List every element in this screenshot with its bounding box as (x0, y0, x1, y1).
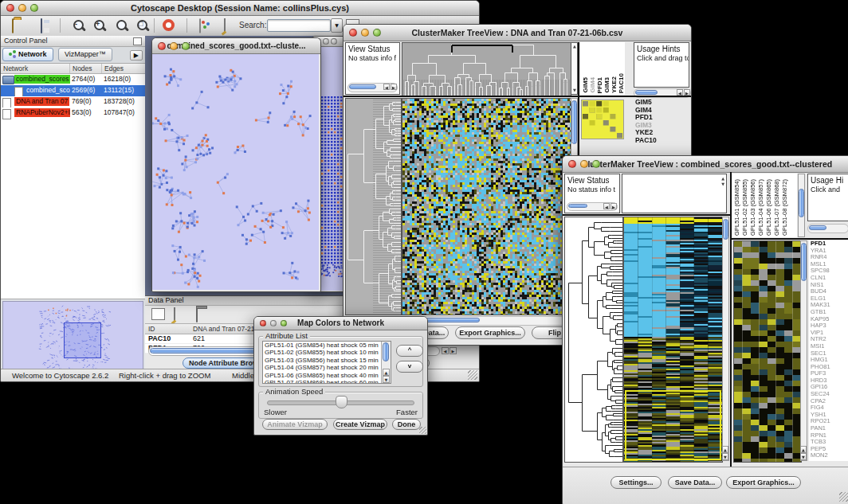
column-label[interactable]: PFD1 (596, 77, 603, 93)
column-label[interactable]: GIM4 (589, 77, 596, 93)
heatmap-canvas[interactable] (623, 217, 723, 463)
network-tree-row[interactable]: combined_sco2569(6)13112(15) (1, 85, 145, 96)
maximize-icon[interactable] (30, 4, 38, 12)
network-tree-row[interactable]: combined_scores2764(0)16218(0) (1, 74, 145, 85)
scrollbar-thumb[interactable] (349, 84, 376, 89)
resize-grip[interactable] (468, 370, 477, 380)
scrollbar-thumb[interactable] (723, 219, 728, 240)
scrollbar-thumb[interactable] (383, 342, 389, 361)
column-label[interactable]: GPL51-03 (GSM856) (749, 179, 756, 236)
titlebar[interactable]: Map Colors to Network (254, 317, 427, 330)
column-label[interactable]: PAC10 (618, 73, 625, 93)
column-dendrogram-canvas[interactable] (402, 42, 571, 96)
attribute-listbox[interactable]: GPL51-01 (GSM854) heat shock 05 minGPL51… (262, 341, 391, 384)
zoom-heatmap-vscrollbar[interactable]: ▲▼ (800, 240, 807, 461)
column-label[interactable]: GPL51-04 (GSM857) (757, 179, 764, 236)
close-icon[interactable] (158, 42, 166, 50)
heatmap-vscrollbar[interactable]: ▲▼ (722, 217, 729, 461)
scrollbar-thumb[interactable] (799, 189, 804, 217)
zoom-heatmap-canvas[interactable] (733, 240, 802, 463)
close-icon[interactable] (6, 4, 14, 12)
tab-network[interactable]: Network (2, 48, 53, 61)
row-dendrogram-canvas[interactable] (345, 98, 402, 315)
annotation-icon[interactable] (224, 18, 226, 33)
summary-gene-label[interactable]: PAC10 (635, 137, 657, 145)
network-tree-row[interactable]: DNA and Tran 07769(0)183728(0) (1, 96, 145, 107)
attribute-list-item[interactable]: GPL51-04 (GSM857) heat shock 20 min (263, 364, 391, 371)
column-label[interactable]: GPL51-01 (GSM854) (733, 179, 740, 236)
attribute-list-item[interactable]: GPL51-01 (GSM854) heat shock 05 min (263, 342, 391, 349)
resize-grip[interactable] (419, 427, 426, 434)
maximize-icon[interactable] (281, 320, 287, 326)
heatmap-canvas[interactable] (402, 98, 571, 315)
scrollbar-thumb[interactable] (568, 204, 587, 208)
maximize-icon[interactable] (592, 160, 600, 168)
scrollbar-thumb[interactable] (571, 100, 577, 144)
help-icon[interactable] (163, 19, 175, 31)
speed-slider-thumb[interactable] (336, 396, 347, 408)
column-label[interactable]: YKE2 (610, 76, 618, 93)
delete-attribute-icon[interactable] (196, 307, 198, 322)
resize-grip[interactable] (839, 492, 848, 502)
done-button[interactable]: Done (392, 419, 421, 430)
column-label[interactable]: GPL51-02 (GSM855) (741, 179, 748, 236)
export-graphics-button[interactable]: Export Graphics... (726, 476, 801, 489)
minimize-icon[interactable] (323, 38, 329, 45)
titlebar[interactable]: combined_scores_good.txt--cluste... (152, 38, 320, 54)
column-labels-scrollbar[interactable] (798, 174, 805, 237)
close-icon[interactable] (349, 29, 357, 37)
save-data-button[interactable]: Save Data... (668, 476, 722, 489)
scrollbar-thumb[interactable] (635, 90, 658, 95)
search-dropdown-icon[interactable]: ▼ (331, 18, 343, 33)
usage-hints-scrollbar[interactable] (807, 224, 848, 233)
network-overview-canvas[interactable] (2, 301, 143, 369)
network-view-canvas[interactable] (152, 54, 319, 290)
move-down-button[interactable]: v (396, 361, 423, 373)
create-vizmap-button[interactable]: Create Vizmap (333, 419, 387, 430)
maximize-icon[interactable] (331, 38, 337, 45)
attribute-list-item[interactable]: GPL51-06 (GSM865) heat shock 40 min (263, 372, 391, 379)
main-titlebar[interactable]: Cytoscape Desktop (Session Name: collins… (1, 1, 479, 16)
save-icon[interactable] (41, 18, 42, 33)
scroll-left-icon[interactable]: ◀ (442, 347, 449, 354)
column-label[interactable]: GIM5 (582, 77, 589, 93)
minimize-icon[interactable] (580, 160, 588, 168)
vizmapper-icon[interactable] (199, 18, 201, 33)
tabs-overflow-button[interactable]: ▶ (130, 50, 143, 61)
view-status-scrollbar[interactable]: ◀▶ (347, 83, 398, 92)
attribute-list-item[interactable]: GPL51-07 (GSM868) heat shock 60 min (263, 379, 391, 384)
attribute-list-item[interactable]: GPL51-03 (GSM856) heat shock 15 min (263, 357, 391, 364)
float-panel-icon[interactable] (133, 37, 142, 45)
column-dendrogram-panel[interactable]: ▲▼ (622, 174, 727, 213)
col-edges[interactable]: Edges (101, 64, 124, 73)
column-tree-scroll-strip[interactable]: ▲▼ (571, 42, 578, 95)
network-tree-row[interactable]: RNAPuberNov2+I563(0)107847(0) (1, 107, 145, 119)
maximize-icon[interactable] (182, 42, 190, 50)
titlebar[interactable]: ClusterMaker TreeView : combined_scores_… (563, 156, 848, 173)
search-input[interactable] (267, 19, 331, 32)
column-label[interactable]: GPL51-07 (GSM868) (773, 179, 780, 236)
column-label[interactable]: GPL51-08 (GSM872) (781, 179, 788, 236)
titlebar[interactable]: ClusterMaker TreeView : DNA and Tran 07-… (344, 25, 691, 41)
summary-heatmap-canvas[interactable] (581, 100, 624, 139)
scrollbar-thumb[interactable] (809, 225, 826, 230)
list-vscrollbar[interactable]: ▲▼ (381, 342, 391, 383)
scrollbar-thumb[interactable] (801, 243, 807, 281)
view-status-scrollbar[interactable]: ◀▶ (567, 202, 618, 211)
move-up-button[interactable]: ^ (396, 345, 423, 357)
col-id[interactable]: ID (148, 324, 155, 334)
animate-vizmap-button[interactable]: Animate Vizmap (262, 419, 328, 430)
row-dendrogram-canvas[interactable] (564, 217, 623, 463)
attribute-list-item[interactable]: GPL51-02 (GSM855) heat shock 10 min (263, 349, 391, 356)
column-label[interactable]: GPL51-06 (GSM865) (765, 179, 772, 236)
export-graphics-button[interactable]: Export Graphics... (455, 326, 525, 339)
settings-button[interactable]: Settings... (610, 476, 662, 489)
minimize-icon[interactable] (18, 4, 26, 12)
column-label[interactable]: GIM3 (603, 77, 610, 93)
tab-vizmapper[interactable]: VizMapper™ (58, 48, 112, 61)
maximize-icon[interactable] (373, 29, 381, 37)
new-attribute-icon[interactable] (174, 307, 175, 322)
col-nodes[interactable]: Nodes (69, 64, 92, 73)
close-icon[interactable] (260, 320, 266, 326)
gene-label[interactable]: MON2 (811, 452, 848, 459)
